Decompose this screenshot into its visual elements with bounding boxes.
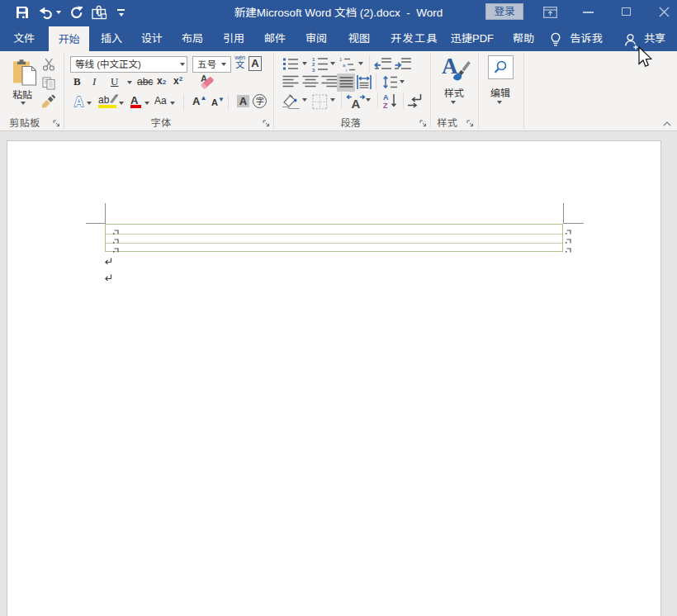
- svg-text:a: a: [343, 63, 346, 68]
- svg-text:2: 2: [312, 62, 315, 67]
- svg-text:1: 1: [339, 57, 343, 62]
- svg-text:A: A: [352, 97, 361, 110]
- svg-text:1: 1: [312, 57, 315, 62]
- svg-text:3: 3: [312, 68, 315, 73]
- svg-text:A: A: [383, 93, 389, 102]
- svg-text:Z: Z: [383, 102, 388, 109]
- svg-text:A: A: [74, 95, 84, 109]
- svg-text:i: i: [346, 68, 347, 72]
